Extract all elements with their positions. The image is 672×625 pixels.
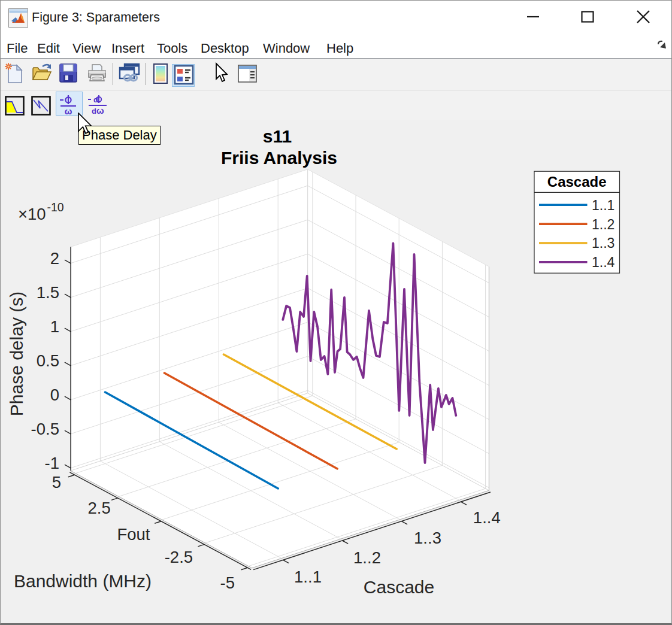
svg-text:Phase delay (s): Phase delay (s) — [7, 292, 26, 416]
svg-text:-0.5: -0.5 — [31, 420, 59, 438]
svg-text:ω: ω — [65, 106, 72, 116]
svg-text:0: 0 — [50, 386, 59, 404]
svg-text:Fout: Fout — [117, 525, 150, 544]
svg-text:Friis Analysis: Friis Analysis — [221, 148, 337, 168]
svg-text:1..1: 1..1 — [592, 198, 615, 213]
svg-text:-5: -5 — [220, 574, 235, 592]
svg-text:5: 5 — [52, 473, 61, 491]
svg-text:1..4: 1..4 — [473, 508, 501, 527]
svg-text:2.5: 2.5 — [87, 499, 110, 517]
svg-text:-1: -1 — [45, 454, 59, 472]
svg-text:1: 1 — [50, 317, 59, 336]
svg-text:-10: -10 — [47, 201, 64, 214]
svg-text:1..2: 1..2 — [592, 217, 615, 232]
svg-text:1..4: 1..4 — [592, 254, 615, 270]
svg-text:Cascade: Cascade — [364, 577, 434, 597]
svg-text:Bandwidth (MHz): Bandwidth (MHz) — [14, 571, 152, 591]
svg-text:1..2: 1..2 — [353, 548, 381, 567]
svg-text:ω: ω — [96, 105, 104, 116]
svg-text:d: d — [93, 95, 98, 104]
svg-text:2: 2 — [50, 249, 59, 268]
svg-text:1..1: 1..1 — [294, 568, 322, 586]
svg-text:Cascade: Cascade — [547, 174, 607, 190]
svg-text:0.5: 0.5 — [37, 351, 59, 370]
svg-text:1.5: 1.5 — [37, 283, 59, 302]
svg-text:s11: s11 — [263, 126, 292, 146]
svg-text:×10: ×10 — [18, 205, 46, 223]
svg-text:1..3: 1..3 — [414, 529, 441, 547]
svg-text:-2.5: -2.5 — [165, 548, 193, 566]
svg-text:1..3: 1..3 — [592, 235, 615, 251]
